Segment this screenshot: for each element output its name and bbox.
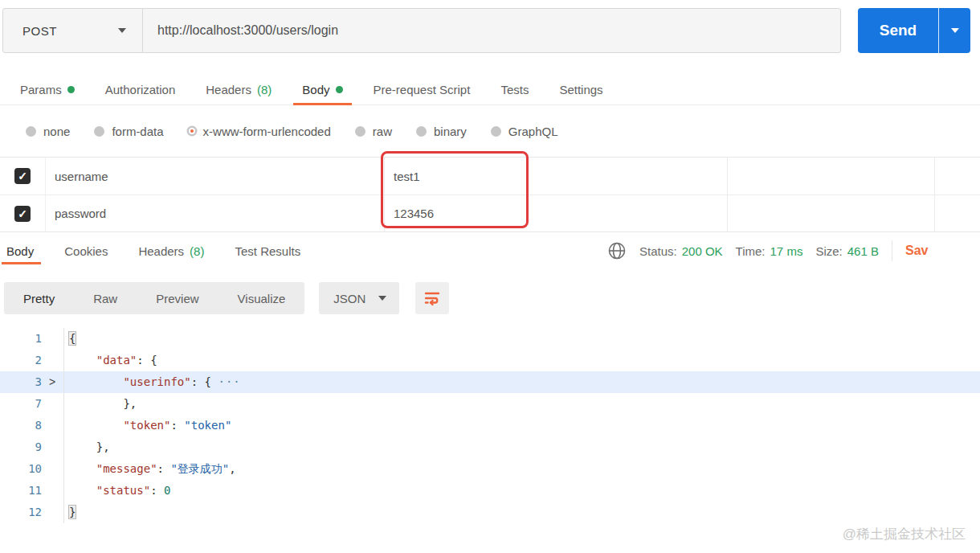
send-button[interactable]: Send bbox=[858, 8, 938, 53]
fold-spacer bbox=[42, 436, 63, 458]
code-token bbox=[69, 375, 123, 388]
tab-pre-request-script[interactable]: Pre-request Script bbox=[358, 74, 486, 104]
response-tab-body[interactable]: Body bbox=[0, 235, 49, 267]
globe-icon[interactable] bbox=[607, 241, 627, 260]
time-label: Time: bbox=[736, 244, 766, 258]
checkbox-cell: ✓ bbox=[0, 158, 45, 195]
checkbox[interactable]: ✓ bbox=[14, 168, 31, 184]
code-text: "token": "token" bbox=[64, 415, 980, 436]
fold-spacer bbox=[42, 480, 63, 502]
code-line: 11 "status": 0 bbox=[0, 480, 980, 502]
fold-spacer bbox=[42, 328, 63, 350]
tab-label: Headers bbox=[206, 83, 251, 96]
view-mode-visualize[interactable]: Visualize bbox=[218, 282, 305, 314]
tab-headers[interactable]: Headers(8) bbox=[190, 74, 287, 104]
code-line: 3> "userinfo": { ··· bbox=[0, 371, 980, 393]
line-number: 1 bbox=[0, 328, 42, 350]
size-label: Size: bbox=[815, 244, 842, 258]
format-label: JSON bbox=[333, 292, 365, 305]
body-type-form-data[interactable]: form-data bbox=[94, 125, 163, 138]
tab-body[interactable]: Body bbox=[287, 74, 357, 104]
code-line: 10 "message": "登录成功", bbox=[0, 458, 980, 480]
line-number: 12 bbox=[0, 502, 42, 523]
radio-icon bbox=[94, 126, 104, 137]
code-token bbox=[69, 354, 96, 367]
status-label: Status: bbox=[639, 244, 677, 258]
body-type-raw[interactable]: raw bbox=[355, 125, 392, 138]
tab-label: Pre-request Script bbox=[374, 83, 471, 96]
param-value-cell[interactable]: test1 bbox=[384, 158, 727, 195]
body-type-options: noneform-datax-www-form-urlencodedrawbin… bbox=[26, 117, 558, 145]
tab-tests[interactable]: Tests bbox=[485, 74, 544, 104]
fold-spacer bbox=[42, 458, 63, 480]
view-mode-preview[interactable]: Preview bbox=[137, 282, 218, 314]
view-mode-raw[interactable]: Raw bbox=[74, 282, 137, 314]
wrap-lines-icon bbox=[423, 289, 442, 308]
body-type-label: GraphQL bbox=[508, 125, 558, 138]
fold-spacer bbox=[42, 415, 63, 436]
body-type-graphql[interactable]: GraphQL bbox=[491, 125, 558, 138]
fold-spacer bbox=[42, 502, 63, 523]
chevron-down-icon bbox=[118, 28, 126, 33]
code-token: "token" bbox=[184, 419, 231, 432]
view-mode-pretty[interactable]: Pretty bbox=[4, 282, 74, 314]
response-meta: BodyCookiesHeaders(8)Test Results Status… bbox=[0, 235, 980, 267]
code-token: "登录成功" bbox=[170, 462, 229, 475]
code-token: ··· bbox=[218, 375, 240, 388]
body-type-x-www-form-urlencoded[interactable]: x-www-form-urlencoded bbox=[188, 125, 331, 138]
save-response-button[interactable]: Sav bbox=[905, 244, 928, 258]
param-extra-cell bbox=[934, 158, 980, 195]
param-description-cell[interactable] bbox=[727, 195, 934, 231]
line-number: 7 bbox=[0, 393, 42, 415]
fold-arrow-icon[interactable]: > bbox=[42, 371, 63, 393]
body-type-none[interactable]: none bbox=[26, 125, 70, 138]
tab-label: Tests bbox=[500, 83, 529, 96]
tab-label: Body bbox=[302, 83, 329, 96]
code-text: { bbox=[64, 328, 980, 350]
method-select[interactable]: POST bbox=[3, 9, 143, 52]
code-token bbox=[69, 440, 96, 453]
send-group: Send bbox=[858, 8, 970, 53]
param-extra-cell bbox=[934, 195, 980, 231]
code-text: }, bbox=[64, 436, 980, 458]
checkbox[interactable]: ✓ bbox=[14, 206, 31, 222]
param-value-cell[interactable]: 123456 bbox=[384, 195, 727, 231]
chevron-down-icon bbox=[951, 28, 959, 33]
body-type-binary[interactable]: binary bbox=[416, 125, 467, 138]
wrap-lines-button[interactable] bbox=[415, 282, 449, 314]
tab-params[interactable]: Params bbox=[5, 74, 90, 104]
tab-settings[interactable]: Settings bbox=[544, 74, 618, 104]
format-select[interactable]: JSON bbox=[319, 282, 399, 314]
url-input[interactable] bbox=[143, 9, 840, 52]
watermark: @稀土掘金技术社区 bbox=[843, 525, 966, 543]
code-text: "message": "登录成功", bbox=[64, 458, 980, 480]
line-number: 11 bbox=[0, 480, 42, 502]
code-gutter: 7 bbox=[0, 393, 64, 415]
code-gutter: 9 bbox=[0, 436, 64, 458]
code-token: "status" bbox=[96, 484, 150, 497]
param-description-cell[interactable] bbox=[727, 158, 934, 195]
code-token: : bbox=[157, 462, 171, 475]
radio-icon bbox=[26, 126, 36, 137]
method-label: POST bbox=[22, 24, 57, 38]
response-tab-cookies[interactable]: Cookies bbox=[49, 235, 123, 267]
param-key-cell[interactable]: username bbox=[45, 158, 384, 195]
body-type-label: binary bbox=[434, 125, 467, 138]
code-line: 12} bbox=[0, 502, 980, 523]
param-key-cell[interactable]: password bbox=[45, 195, 384, 231]
code-gutter: 11 bbox=[0, 480, 64, 502]
tab-label: Settings bbox=[559, 83, 602, 96]
radio-icon bbox=[189, 128, 195, 134]
chevron-down-icon bbox=[378, 296, 386, 301]
response-tab-test-results[interactable]: Test Results bbox=[219, 235, 316, 267]
divider bbox=[892, 240, 892, 261]
code-token: , bbox=[229, 462, 235, 475]
code-text: "data": { bbox=[64, 350, 980, 371]
tab-count-badge: (8) bbox=[190, 244, 204, 258]
code-gutter: 2 bbox=[0, 350, 64, 371]
tab-authorization[interactable]: Authorization bbox=[90, 74, 191, 104]
response-tab-headers[interactable]: Headers(8) bbox=[123, 235, 219, 267]
send-options-button[interactable] bbox=[938, 8, 970, 53]
fold-spacer bbox=[42, 393, 63, 415]
code-token: }, bbox=[96, 440, 110, 453]
